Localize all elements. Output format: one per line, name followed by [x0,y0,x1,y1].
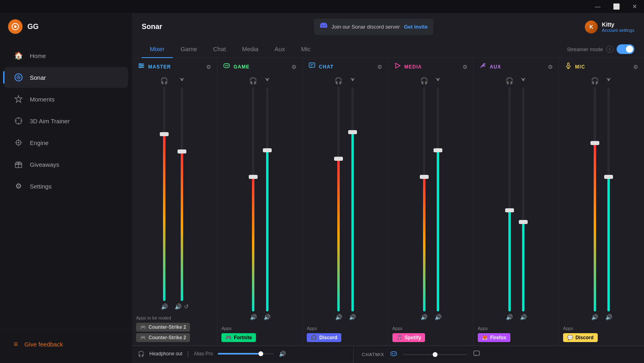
fader-track-master-1[interactable] [163,87,165,301]
fader-col-1-aux: 🎧 🔊 [506,77,514,320]
channel-header-master: MASTER ⚙ [132,58,217,74]
vol-icon-game-2[interactable]: 🔊 [264,314,270,320]
streamer-mode-info[interactable]: i [606,46,613,53]
aux-settings-icon[interactable]: ⚙ [548,64,553,70]
fader-track-chat-1[interactable] [337,87,340,311]
channel-chat: CHAT ⚙ 🎧 🔊 [303,58,388,345]
svg-rect-49 [474,351,479,355]
chatmix-slider[interactable] [403,354,467,355]
channel-header-game: GAME ⚙ [217,58,302,74]
vol-icon-chat-2[interactable]: 🔊 [349,314,356,320]
sidebar-item-settings[interactable]: ⚙ Settings [4,176,128,197]
sidebar-item-home[interactable]: 🏠 Home [4,45,128,66]
channel-name-chat: CHAT [319,64,333,70]
fader-area-game: 🎧 🔊 [217,74,302,324]
chat-settings-icon[interactable]: ⚙ [377,64,382,70]
app-tag-firefox[interactable]: 🦊 Firefox [478,333,510,342]
user-info[interactable]: K Kitty Account settings [585,21,634,33]
channel-name-game: GAME [233,64,250,70]
app-tag-cs2-2[interactable]: 🎮 Counter-Strike 2 [136,333,190,342]
fader-track-media-2[interactable] [437,87,439,311]
account-settings-link[interactable]: Account settings [602,28,634,33]
discord-invite-link[interactable]: Get invite [404,24,427,30]
channel-bottom-mic: Apps 💬 Discord [559,324,644,345]
fader-track-game-2[interactable] [266,87,268,311]
headphone-icon-mic-1: 🎧 [591,77,599,85]
app-tag-fortnite[interactable]: 🎮 Fortnite [221,333,256,342]
fader-track-mic-2[interactable] [607,87,610,311]
vol-icon-chat-1[interactable]: 🔊 [335,314,342,320]
tab-media[interactable]: Media [234,41,266,58]
discord-banner[interactable]: Join our Sonar discord server Get invite [314,19,433,35]
vol-icon-mic-2[interactable]: 🔊 [605,314,612,320]
vol-icon-master-2[interactable]: 🔊 [175,303,182,310]
output-volume-slider[interactable] [218,353,274,355]
app-tag-spotify[interactable]: 🎵 Spotify [392,333,425,342]
sidebar-item-sonar[interactable]: Sonar [4,67,128,88]
svg-rect-33 [309,63,315,67]
output-vol-icon[interactable]: 🔊 [279,351,286,357]
close-button[interactable]: ✕ [625,0,644,13]
tab-mic[interactable]: Mic [293,41,318,58]
firefox-label: Firefox [490,335,506,340]
minimize-button[interactable]: — [588,0,607,13]
vol-icon-master-1[interactable]: 🔊 [161,303,168,310]
feedback-label: Give feedback [25,341,63,348]
give-feedback-button[interactable]: ≡ Give feedback [4,334,128,354]
sidebar-item-engine[interactable]: Engine [4,132,128,153]
app-tags-master: 🎮 Counter-Strike 2 🎮 Counter-Strike 2 [136,323,213,342]
game-settings-icon[interactable]: ⚙ [291,64,297,70]
fader-track-master-2[interactable] [181,87,183,301]
tab-game[interactable]: Game [173,41,205,58]
fader-col-1-mic: 🎧 🔊 [591,77,599,320]
tabs-bar: Mixer Game Chat Media Aux Mic Streamer m… [132,41,644,58]
vol-icon-aux-1[interactable]: 🔊 [506,314,513,320]
chatmix-chat-icon [473,350,480,359]
channel-icon-label-master: MASTER [138,62,171,71]
svg-point-30 [227,65,228,66]
vol-icon-media-2[interactable]: 🔊 [435,314,442,320]
vol-icon-media-1[interactable]: 🔊 [421,314,427,320]
app-tag-discord-mic[interactable]: 💬 Discord [563,333,598,342]
vol-icon-game-1[interactable]: 🔊 [250,314,257,320]
tab-chat[interactable]: Chat [205,41,234,58]
game-icon [223,62,230,71]
master-icon [138,62,145,71]
fader-area-mic: 🎧 🔊 [559,74,644,324]
mic-settings-icon[interactable]: ⚙ [633,64,638,70]
channel-bottom-media: Apps 🎵 Spotify [388,324,473,345]
tab-aux[interactable]: Aux [266,41,293,58]
bottom-row: 🎧 Headphone out | Alias Pro 🔊 CHATMIX [132,345,644,363]
broadcast-icon-master [179,77,185,85]
sidebar-item-label-moments: Moments [30,96,55,103]
sidebar-item-giveaways[interactable]: Giveaways [4,154,128,175]
fader-track-media-1[interactable] [423,87,425,311]
sidebar-item-moments[interactable]: Moments [4,89,128,110]
media-settings-icon[interactable]: ⚙ [462,64,468,70]
tab-mixer[interactable]: Mixer [142,41,173,58]
route-icon-master[interactable]: ↺ [184,303,189,310]
app-logo[interactable] [8,19,23,34]
fader-col-2-media: 🔊 [435,77,442,320]
vol-icon-mic-1[interactable]: 🔊 [591,314,598,320]
maximize-button[interactable]: ⬜ [607,0,625,13]
fader-track-chat-2[interactable] [351,87,354,311]
settings-icon: ⚙ [14,181,23,191]
app-tag-cs2-1[interactable]: 🎮 Counter-Strike 2 [136,323,190,332]
channel-name-mic: MIC [575,64,585,70]
fader-track-aux-1[interactable] [508,87,511,311]
vol-icon-aux-2[interactable]: 🔊 [520,314,527,320]
discord-icon-mic: 💬 [567,335,573,340]
channel-bottom-master: Apps to be routed 🎮 Counter-Strike 2 🎮 C… [132,313,217,345]
aux-icon [479,62,487,71]
app-tag-discord-chat[interactable]: 🎧 Discord [307,333,341,342]
streamer-mode-toggle[interactable] [617,44,634,54]
app-tags-media: 🎵 Spotify [392,333,469,342]
channel-name-aux: AUX [490,64,501,70]
fader-track-game-1[interactable] [252,87,254,311]
sidebar-item-aim-trainer[interactable]: 3D Aim Trainer [4,110,128,131]
fader-track-aux-2[interactable] [522,87,524,311]
master-settings-icon[interactable]: ⚙ [206,64,211,70]
channel-header-chat: CHAT ⚙ [303,58,388,74]
fader-track-mic-1[interactable] [594,87,596,311]
